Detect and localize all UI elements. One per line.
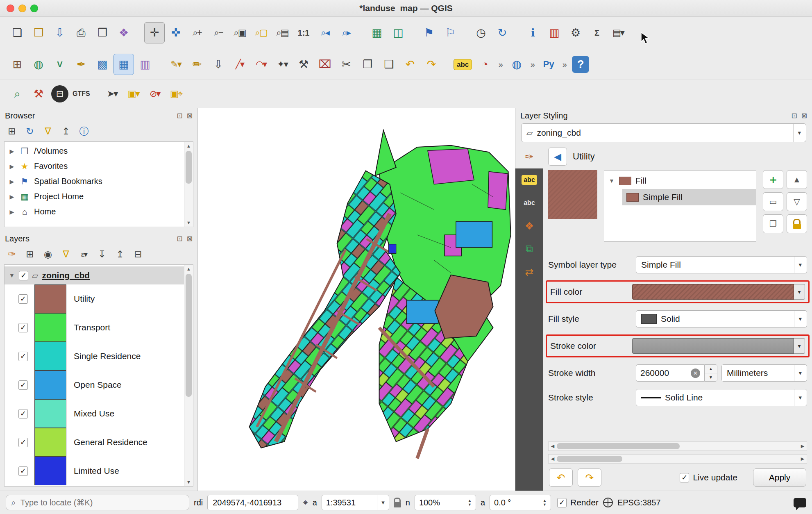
options-gear-button[interactable]: ⚙ [565, 22, 586, 43]
close-panel-icon[interactable]: ⊠ [187, 234, 193, 243]
data-source-manager-button[interactable]: ⊞ [7, 54, 27, 75]
zoom-native-button[interactable]: 1:1 [293, 22, 314, 43]
open-project-button[interactable]: ❒ [28, 22, 49, 43]
layer-class-row[interactable]: ✓ Single Residence [5, 342, 184, 371]
select-features-rect-button[interactable]: ➤▾ [102, 83, 122, 105]
map-canvas[interactable] [198, 108, 515, 491]
vertex-tool-button[interactable]: ✦▾ [272, 54, 293, 75]
browser-collapse-all-button[interactable]: ↥ [58, 123, 74, 139]
browser-add-layer-button[interactable]: ⊞ [4, 123, 20, 139]
layer-visibility-checkbox[interactable]: ✓ [18, 352, 28, 361]
expand-all-button[interactable]: ↧ [94, 246, 110, 262]
coordinate-input[interactable] [212, 498, 294, 508]
add-vector-layer-button[interactable]: V [50, 54, 70, 75]
metasearch-button[interactable]: ◍ [506, 54, 527, 75]
spin-down-icon[interactable]: ▼ [705, 373, 717, 382]
browser-tree-item[interactable]: ▶ ▦ Project Home [5, 189, 184, 204]
remove-symbol-layer-button[interactable]: ▭ [763, 192, 783, 211]
zoom-last-button[interactable]: ⌕◂ [315, 22, 335, 43]
browser-filter-button[interactable]: ∇ [40, 123, 56, 139]
layer-class-row[interactable]: ✓ Transport [5, 313, 184, 342]
expander-icon[interactable]: ▶ [9, 148, 15, 155]
new-print-layout-button[interactable]: ⎙ [71, 22, 91, 43]
locator-input[interactable] [20, 498, 184, 508]
expander-icon[interactable]: ▶ [9, 209, 15, 215]
layer-class-row[interactable]: ✓ Mixed Use [5, 399, 184, 428]
zoom-to-layer-button[interactable]: ⌕▤ [272, 22, 293, 43]
delete-selected-button[interactable]: ⌧ [315, 54, 335, 75]
gtfs-loader-button[interactable]: GTFS [71, 83, 92, 105]
layer-group-row[interactable]: ▼ ✓ ▱ zoning_cbd [5, 266, 184, 284]
expander-icon[interactable]: ▶ [9, 178, 15, 185]
messages-bubble-icon[interactable] [794, 498, 806, 507]
symbol-tree-child-row[interactable]: Simple Fill [622, 189, 756, 205]
symbol-tree-root-row[interactable]: ▼ Fill [604, 173, 756, 189]
osm-place-search-button[interactable]: ⌕ [7, 83, 27, 105]
deselect-features-button[interactable]: ⊘▾ [145, 83, 165, 105]
crs-status[interactable]: EPSG:3857 [617, 498, 661, 507]
redo-button[interactable]: ↷ [421, 54, 442, 75]
duplicate-symbol-layer-button[interactable]: ❐ [763, 214, 783, 233]
add-raster-layer-button[interactable]: ▦ [113, 54, 134, 75]
browser-tree-item[interactable]: ▶ ⚑ Spatial Bookmarks [5, 174, 184, 189]
mouse-position-icon[interactable]: ⌖ [303, 497, 308, 508]
toggle-editing-button[interactable]: ✏ [187, 54, 207, 75]
add-symbol-layer-button[interactable]: ＋ [763, 170, 783, 189]
stroke-style-dropdown[interactable]: Solid Line ▾ [636, 389, 807, 406]
remove-layer-button[interactable]: ⊟ [130, 246, 146, 262]
clear-value-icon[interactable]: ✕ [691, 368, 700, 378]
rotation-spinbox[interactable]: 0.0 ° ▲ ▼ [490, 495, 551, 510]
layer-visibility-checkbox[interactable]: ✓ [18, 323, 28, 332]
scroll-down-icon[interactable]: ▼ [186, 219, 191, 226]
dropdown-caret-icon[interactable]: ▾ [794, 338, 805, 354]
move-symbol-down-button[interactable]: ▽ [787, 192, 807, 211]
manage-map-themes-button[interactable]: ◉ [40, 246, 56, 262]
spin-up-icon[interactable]: ▲ [705, 365, 717, 373]
layer-visibility-checkbox[interactable]: ✓ [18, 294, 28, 304]
tab-diagrams[interactable]: ⧉ [515, 237, 543, 260]
lock-symbol-color-button[interactable] [787, 214, 807, 233]
zoom-full-button[interactable]: ⌕▣ [229, 22, 250, 43]
magnifier-spinbox[interactable]: 100% ▲ ▼ [415, 495, 476, 510]
fill-color-button[interactable]: ▾ [632, 284, 805, 300]
spin-down-icon[interactable]: ▼ [543, 503, 547, 507]
stroke-width-units-dropdown[interactable]: Millimeters ▾ [721, 364, 807, 382]
zoom-window-button[interactable] [30, 5, 38, 12]
modify-attributes-button[interactable]: ⚒ [293, 54, 314, 75]
copy-features-button[interactable]: ❐ [357, 54, 378, 75]
layer-color-swatch[interactable] [34, 428, 66, 457]
scroll-left-icon[interactable]: ◀ [549, 443, 557, 449]
filter-legend-button[interactable]: ∇ [58, 246, 74, 262]
scroll-right-icon[interactable]: ▶ [798, 456, 807, 462]
help-button[interactable]: ? [570, 54, 591, 75]
stroke-color-swatch[interactable] [632, 338, 794, 354]
scrollbar-thumb[interactable] [557, 443, 680, 449]
zoom-to-selection-button[interactable]: ⌕▢ [251, 22, 271, 43]
scroll-up-icon[interactable]: ▲ [186, 143, 191, 149]
layer-class-row[interactable]: ✓ Limited Use [5, 457, 184, 485]
tab-history[interactable]: ⇄ [515, 260, 543, 283]
layer-color-swatch[interactable] [34, 399, 66, 428]
symbol-layer-type-dropdown[interactable]: Simple Fill ▾ [636, 256, 807, 273]
stroke-width-spinbox[interactable]: 260000 ✕ ▲ ▼ [636, 364, 717, 382]
scrollbar-thumb[interactable] [557, 456, 622, 462]
styling-horizontal-scrollbar-1[interactable]: ◀ ▶ [548, 441, 807, 451]
undo-button[interactable]: ↶ [400, 54, 420, 75]
style-redo-button[interactable]: ↷ [578, 469, 601, 487]
save-project-button[interactable]: ⇩ [50, 22, 70, 43]
zoom-next-button[interactable]: ⌕▸ [336, 22, 356, 43]
layer-class-row[interactable]: ✓ General Residence [5, 428, 184, 457]
apply-button[interactable]: Apply [753, 469, 806, 487]
toolbar-overflow-3[interactable]: » [560, 54, 569, 75]
browser-tree-item[interactable]: ▶ ★ Favorites [5, 159, 184, 174]
tab-labels[interactable]: abc [515, 168, 543, 191]
browser-tree-item[interactable]: ▶ ⌂ Home [5, 204, 184, 219]
toolbar-overflow-2[interactable]: » [528, 54, 538, 75]
new-3d-map-view-button[interactable]: ◫ [388, 22, 408, 43]
zoom-out-button[interactable]: ⌕− [208, 22, 229, 43]
show-layout-manager-button[interactable]: ❐ [92, 22, 113, 43]
layer-color-swatch[interactable] [34, 313, 66, 342]
back-button[interactable]: ◀ [548, 148, 567, 166]
spin-up-icon[interactable]: ▲ [543, 498, 547, 503]
spin-up-icon[interactable]: ▲ [468, 498, 472, 503]
